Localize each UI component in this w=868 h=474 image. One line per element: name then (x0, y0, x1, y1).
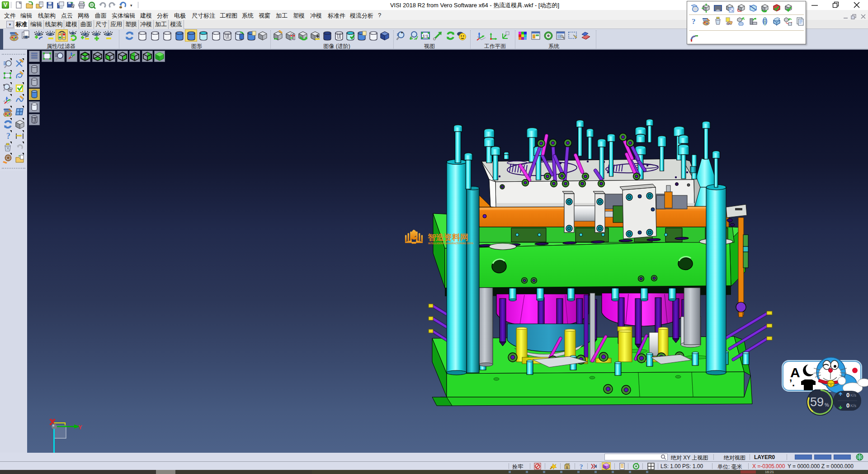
svg-text:?: ? (6, 132, 10, 141)
svg-text:?: ? (692, 17, 696, 26)
svg-text:%: % (825, 402, 829, 408)
svg-text:’.: ’. (789, 377, 795, 389)
svg-text:OK: OK (726, 22, 731, 25)
svg-text:Y: Y (78, 424, 82, 431)
svg-text:?: ? (580, 463, 583, 470)
svg-text:$: $ (566, 465, 568, 469)
svg-text:59: 59 (810, 395, 824, 409)
svg-text:0: 0 (846, 402, 849, 409)
svg-text:K/s: K/s (850, 403, 857, 408)
svg-text:1:1: 1:1 (423, 34, 429, 38)
svg-text:0: 0 (846, 392, 849, 398)
svg-text:K/s: K/s (850, 393, 857, 398)
